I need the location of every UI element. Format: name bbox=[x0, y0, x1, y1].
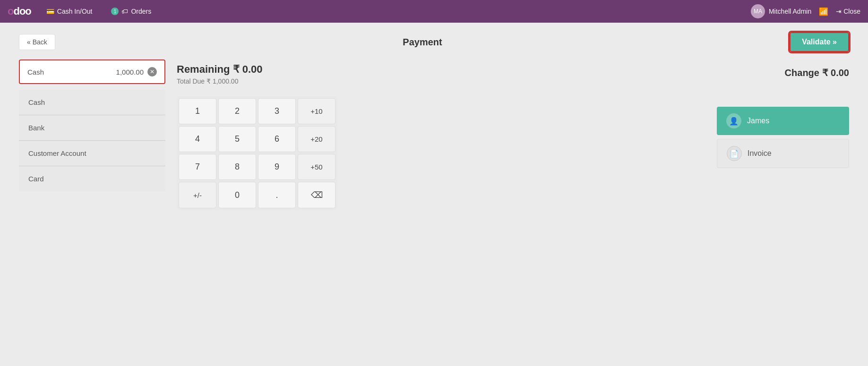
cash-amount: 1,000.00 ✕ bbox=[116, 67, 157, 77]
customer-name: James bbox=[747, 117, 769, 125]
numpad-3[interactable]: 3 bbox=[258, 98, 296, 124]
orders-badge: 1 bbox=[111, 8, 119, 15]
middle-panel: Remaining ₹ 0.00 Total Due ₹ 1,000.00 1 … bbox=[177, 60, 705, 357]
nav-orders[interactable]: 1 🏷 Orders bbox=[107, 6, 155, 17]
numpad-5[interactable]: 5 bbox=[218, 126, 256, 152]
numpad: 1 2 3 +10 4 5 6 +20 7 8 9 +50 +/- 0 . ⌫ bbox=[177, 96, 337, 210]
page-title: Payment bbox=[403, 37, 442, 48]
numpad-0[interactable]: 0 bbox=[218, 182, 256, 208]
numpad-2[interactable]: 2 bbox=[218, 98, 256, 124]
payment-method-card[interactable]: Card bbox=[19, 166, 165, 191]
nav-cash-in-out[interactable]: 💳 Cash In/Out bbox=[43, 6, 96, 17]
change-amount: Change ₹ 0.00 bbox=[717, 67, 849, 78]
close-label: Close bbox=[843, 8, 860, 15]
numpad-plusminus[interactable]: +/- bbox=[179, 182, 216, 208]
customer-icon: 👤 bbox=[726, 113, 741, 128]
customer-button[interactable]: 👤 James bbox=[717, 107, 849, 135]
numpad-8[interactable]: 8 bbox=[218, 154, 256, 180]
payment-method-cash[interactable]: Cash bbox=[19, 90, 165, 115]
invoice-icon: 📄 bbox=[727, 146, 742, 161]
avatar: MA bbox=[751, 4, 765, 18]
numpad-9[interactable]: 9 bbox=[258, 154, 296, 180]
header-row: « Back Payment Validate » bbox=[19, 32, 849, 52]
remaining-amount: Remaining ₹ 0.00 bbox=[177, 63, 705, 76]
main-content: « Back Payment Validate » Cash 1,000.00 … bbox=[0, 23, 868, 366]
payment-method-bank[interactable]: Bank bbox=[19, 115, 165, 141]
back-button[interactable]: « Back bbox=[19, 34, 55, 50]
logo: odoo bbox=[8, 5, 31, 17]
numpad-1[interactable]: 1 bbox=[179, 98, 216, 124]
numpad-plus20[interactable]: +20 bbox=[298, 126, 335, 152]
invoice-label: Invoice bbox=[748, 149, 772, 158]
close-button[interactable]: ⇥ Close bbox=[836, 8, 860, 15]
payment-method-customer-account[interactable]: Customer Account bbox=[19, 141, 165, 166]
user-name: Mitchell Admin bbox=[769, 8, 811, 15]
cash-selected-row: Cash 1,000.00 ✕ bbox=[19, 60, 165, 84]
invoice-button[interactable]: 📄 Invoice bbox=[717, 139, 849, 168]
cash-amount-value: 1,000.00 bbox=[116, 68, 144, 76]
left-panel: Cash 1,000.00 ✕ Cash Bank Customer Accou… bbox=[19, 60, 165, 357]
payment-methods-list: Cash Bank Customer Account Card bbox=[19, 90, 165, 191]
numpad-7[interactable]: 7 bbox=[179, 154, 216, 180]
right-panel: Change ₹ 0.00 👤 James 📄 Invoice bbox=[717, 88, 849, 168]
navbar: odoo 💳 Cash In/Out 1 🏷 Orders MA Mitchel… bbox=[0, 0, 868, 23]
validate-button[interactable]: Validate » bbox=[790, 32, 849, 52]
wifi-icon: 📶 bbox=[819, 7, 828, 16]
numpad-4[interactable]: 4 bbox=[179, 126, 216, 152]
numpad-6[interactable]: 6 bbox=[258, 126, 296, 152]
navbar-right: MA Mitchell Admin 📶 ⇥ Close bbox=[751, 4, 860, 18]
cash-icon: 💳 bbox=[46, 8, 54, 15]
numpad-dot[interactable]: . bbox=[258, 182, 296, 208]
total-due: Total Due ₹ 1,000.00 bbox=[177, 77, 705, 85]
cash-label: Cash bbox=[27, 68, 44, 76]
user-menu[interactable]: MA Mitchell Admin bbox=[751, 4, 811, 18]
payment-info: Remaining ₹ 0.00 Total Due ₹ 1,000.00 bbox=[177, 60, 705, 89]
cash-in-out-label: Cash In/Out bbox=[57, 8, 93, 15]
numpad-backspace[interactable]: ⌫ bbox=[298, 182, 335, 208]
numpad-plus50[interactable]: +50 bbox=[298, 154, 335, 180]
body-row: Cash 1,000.00 ✕ Cash Bank Customer Accou… bbox=[19, 60, 849, 357]
close-icon: ⇥ bbox=[836, 8, 842, 15]
remove-cash-button[interactable]: ✕ bbox=[147, 67, 157, 77]
orders-icon: 🏷 bbox=[121, 8, 128, 15]
orders-label: Orders bbox=[131, 8, 151, 15]
numpad-plus10[interactable]: +10 bbox=[298, 98, 335, 124]
